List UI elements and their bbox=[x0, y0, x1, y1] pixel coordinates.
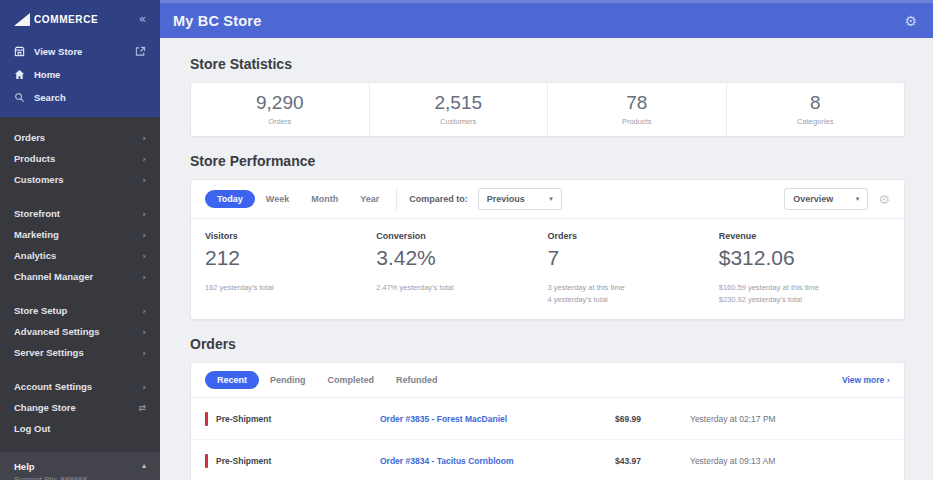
bigcommerce-sail-icon bbox=[14, 13, 30, 26]
order-time: Yesterday at 02:17 PM bbox=[690, 414, 890, 424]
order-status-bar bbox=[205, 412, 208, 426]
chevron-right-icon: › bbox=[142, 382, 146, 392]
order-link[interactable]: Order #3834 - Tacitus Cornbloom bbox=[380, 456, 615, 466]
sidebar-item-label: Store Setup bbox=[14, 305, 67, 316]
logo-text: COMMERCE bbox=[34, 14, 98, 25]
sidebar-item-store-setup[interactable]: Store Setup› bbox=[0, 300, 160, 321]
tab-refunded[interactable]: Refunded bbox=[385, 371, 449, 389]
chevron-right-icon: › bbox=[142, 251, 146, 261]
sidebar-item-label: Search bbox=[34, 92, 66, 103]
view-more-link[interactable]: View more › bbox=[842, 375, 890, 385]
overview-select[interactable]: Overview ▾ bbox=[784, 188, 868, 210]
performance-settings-gear-icon[interactable]: ⚙ bbox=[878, 192, 890, 207]
top-header: My BC Store ⚙ bbox=[160, 0, 933, 38]
order-time: Yesterday at 09:13 AM bbox=[690, 456, 890, 466]
tab-month[interactable]: Month bbox=[300, 190, 349, 208]
sidebar-item-customers[interactable]: Customers› bbox=[0, 169, 160, 190]
sidebar-nav: Orders› Products› Customers› Storefront›… bbox=[0, 117, 160, 452]
stat-categories: 8 Categories bbox=[727, 83, 905, 136]
sidebar-item-label: Products bbox=[14, 153, 55, 164]
overview-value: Overview bbox=[793, 194, 833, 204]
store-performance-title: Store Performance bbox=[190, 153, 905, 169]
sidebar-item-home[interactable]: Home bbox=[0, 63, 160, 86]
compared-to-value: Previous bbox=[487, 194, 525, 204]
change-store-icon: ⇄ bbox=[138, 403, 146, 413]
sidebar-item-label: Server Settings bbox=[14, 347, 84, 358]
metric-value: $312.06 bbox=[719, 246, 890, 270]
stat-label: Customers bbox=[370, 117, 548, 126]
stat-value: 8 bbox=[727, 92, 905, 114]
sidebar: COMMERCE « View Store Home bbox=[0, 0, 160, 480]
chevron-right-icon: › bbox=[142, 230, 146, 240]
metric-note: 162 yesterday's total bbox=[205, 282, 376, 294]
metric-note: $160.59 yesterday at this time bbox=[719, 282, 890, 294]
sidebar-item-label: Orders bbox=[14, 132, 45, 143]
stat-label: Categories bbox=[727, 117, 905, 126]
bigcommerce-logo[interactable]: COMMERCE bbox=[14, 13, 98, 26]
sidebar-item-label: Marketing bbox=[14, 229, 59, 240]
store-icon bbox=[14, 46, 25, 57]
sidebar-item-label: Account Settings bbox=[14, 381, 92, 392]
chevron-right-icon: › bbox=[142, 272, 146, 282]
dropdown-caret-icon: ▾ bbox=[549, 195, 553, 203]
metric-label: Visitors bbox=[205, 231, 376, 241]
tab-week[interactable]: Week bbox=[255, 190, 300, 208]
performance-toolbar: Today Week Month Year Compared to: Previ… bbox=[191, 180, 904, 219]
collapse-sidebar-icon[interactable]: « bbox=[139, 12, 146, 26]
stat-value: 78 bbox=[548, 92, 726, 114]
sidebar-item-server-settings[interactable]: Server Settings› bbox=[0, 342, 160, 363]
help-panel[interactable]: Help Support Pin: 888888 ▴ bbox=[0, 452, 160, 480]
store-title: My BC Store bbox=[173, 13, 261, 29]
metric-note: $230.92 yesterday's total bbox=[719, 294, 890, 306]
metric-value: 3.42% bbox=[376, 246, 547, 270]
order-link[interactable]: Order #3835 - Forest MacDaniel bbox=[380, 414, 615, 424]
sidebar-item-label: Log Out bbox=[14, 423, 50, 434]
sidebar-item-label: Customers bbox=[14, 174, 64, 185]
sidebar-item-channel-manager[interactable]: Channel Manager› bbox=[0, 266, 160, 287]
metric-revenue: Revenue $312.06 $160.59 yesterday at thi… bbox=[719, 231, 890, 305]
sidebar-item-search[interactable]: Search bbox=[0, 86, 160, 109]
sidebar-top-section: COMMERCE « View Store Home bbox=[0, 0, 160, 117]
chevron-right-icon: › bbox=[142, 348, 146, 358]
tab-today[interactable]: Today bbox=[205, 190, 255, 208]
sidebar-item-advanced-settings[interactable]: Advanced Settings› bbox=[0, 321, 160, 342]
sidebar-item-products[interactable]: Products› bbox=[0, 148, 160, 169]
tab-pending[interactable]: Pending bbox=[259, 371, 317, 389]
metric-visitors: Visitors 212 162 yesterday's total bbox=[205, 231, 376, 305]
store-performance-card: Today Week Month Year Compared to: Previ… bbox=[190, 179, 905, 320]
sidebar-item-storefront[interactable]: Storefront› bbox=[0, 203, 160, 224]
help-caret-icon: ▴ bbox=[142, 461, 146, 470]
sidebar-item-account-settings[interactable]: Account Settings› bbox=[0, 376, 160, 397]
sidebar-item-orders[interactable]: Orders› bbox=[0, 127, 160, 148]
order-status-bar bbox=[205, 454, 208, 468]
orders-toolbar: Recent Pending Completed Refunded View m… bbox=[191, 363, 904, 398]
tab-recent[interactable]: Recent bbox=[205, 371, 259, 389]
help-label: Help bbox=[14, 461, 87, 472]
support-pin: Support Pin: 888888 bbox=[14, 475, 87, 480]
compared-to-select[interactable]: Previous ▾ bbox=[478, 188, 562, 210]
sidebar-item-log-out[interactable]: Log Out bbox=[0, 418, 160, 439]
header-settings-gear-icon[interactable]: ⚙ bbox=[904, 13, 917, 29]
stat-orders: 9,290 Orders bbox=[191, 83, 370, 136]
orders-card: Recent Pending Completed Refunded View m… bbox=[190, 362, 905, 480]
external-link-icon[interactable] bbox=[135, 46, 146, 57]
metric-note: 2.47% yesterday's total bbox=[376, 282, 547, 294]
sidebar-item-analytics[interactable]: Analytics› bbox=[0, 245, 160, 266]
metric-label: Conversion bbox=[376, 231, 547, 241]
sidebar-item-view-store[interactable]: View Store bbox=[0, 40, 160, 63]
stat-customers: 2,515 Customers bbox=[370, 83, 549, 136]
main-content: Store Statistics 9,290 Orders 2,515 Cust… bbox=[160, 38, 933, 480]
tab-completed[interactable]: Completed bbox=[317, 371, 386, 389]
tab-year[interactable]: Year bbox=[349, 190, 390, 208]
sidebar-item-change-store[interactable]: Change Store⇄ bbox=[0, 397, 160, 418]
orders-title: Orders bbox=[190, 336, 905, 352]
order-row[interactable]: Pre-Shipment Order #3835 - Forest MacDan… bbox=[191, 398, 904, 440]
chevron-right-icon: › bbox=[142, 306, 146, 316]
order-status: Pre-Shipment bbox=[216, 456, 271, 466]
metric-note: 3 yesterday at this time bbox=[548, 282, 719, 294]
order-row[interactable]: Pre-Shipment Order #3834 - Tacitus Cornb… bbox=[191, 440, 904, 480]
store-statistics-card: 9,290 Orders 2,515 Customers 78 Products… bbox=[190, 82, 905, 137]
sidebar-item-marketing[interactable]: Marketing› bbox=[0, 224, 160, 245]
metric-label: Revenue bbox=[719, 231, 890, 241]
performance-metrics: Visitors 212 162 yesterday's total Conve… bbox=[191, 219, 904, 319]
